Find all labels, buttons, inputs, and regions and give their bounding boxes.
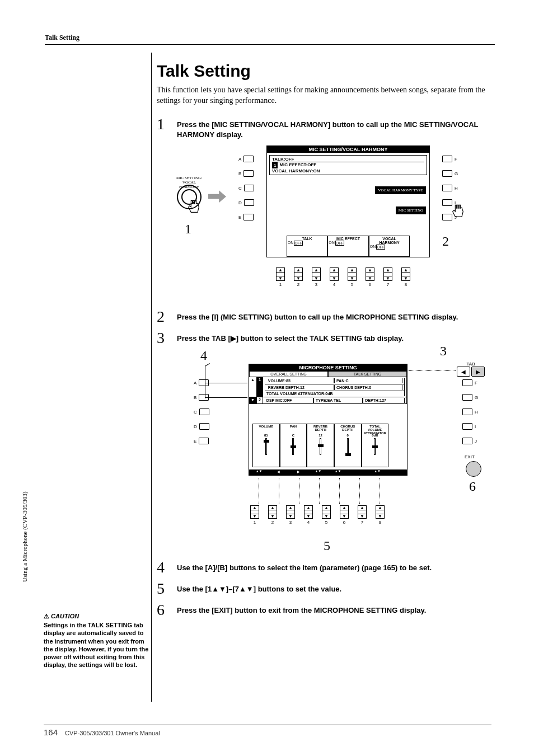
tab-left-button: ◀ xyxy=(457,367,470,377)
screen-bottom-tab: ▶ xyxy=(289,469,308,475)
screen-footer-mic-effect: MIC EFFECTONOFF xyxy=(327,236,369,257)
tab-right-button: ▶ xyxy=(471,367,485,377)
screen-tab: OVERALL SETTING xyxy=(249,371,328,377)
tab-label: TAB xyxy=(457,361,485,367)
updown-button-6: ▲▼6 xyxy=(339,505,349,525)
slider-3: CHORUS DEPTH0 xyxy=(334,424,362,467)
updown-button-6: ▲▼6 xyxy=(365,267,375,287)
manual-title: CVP-305/303/301 Owner's Manual xyxy=(65,730,160,736)
figure-1: MIC SETTING/ VOCAL HARMONY 1 ABCDE FGHIJ… xyxy=(177,145,487,302)
updown-button-2: ▲▼2 xyxy=(268,505,278,525)
dotted-leader xyxy=(259,478,259,504)
dotted-leader xyxy=(299,478,299,504)
page-title: Talk Setting xyxy=(157,62,487,81)
tab-button-group: TAB ◀ ▶ xyxy=(457,361,485,377)
updown-button-1: ▲▼1 xyxy=(275,267,285,287)
callout-5: 5 xyxy=(324,538,330,553)
slider-0: VOLUME85 xyxy=(252,424,280,467)
dotted-leader xyxy=(409,370,456,371)
screen-bottom-tab xyxy=(348,469,367,475)
panel-button-e: E xyxy=(238,214,254,220)
step-number: 6 xyxy=(157,602,177,618)
slider-1: PANC xyxy=(280,424,307,467)
callout-2: 2 xyxy=(442,234,449,249)
callout-3: 3 xyxy=(440,344,447,359)
lcd-screen-2: MICROPHONE SETTING OVERALL SETTINGTALK S… xyxy=(249,364,407,476)
panel-button-b: B xyxy=(238,170,254,177)
screen2-title: MICROPHONE SETTING xyxy=(249,364,407,371)
intro-text: This function lets you have special sett… xyxy=(157,85,487,106)
step-number: 2 xyxy=(157,309,177,325)
running-head: Talk Setting xyxy=(45,34,495,45)
step-text: Press the [MIC SETTING/VOCAL HARMONY] bu… xyxy=(177,116,487,140)
updown-button-1: ▲▼1 xyxy=(250,505,260,525)
screen1-title: MIC SETTING/VOCAL HARMONY xyxy=(267,146,429,153)
step-number: 1 xyxy=(157,116,177,132)
vocal-harmony-type-btn: VOCAL HARMONY TYPE xyxy=(375,186,426,194)
hand-pointer-icon xyxy=(186,199,202,215)
step-text: Press the TAB [▶] button to select the T… xyxy=(177,330,404,344)
step-number: 4 xyxy=(157,560,177,575)
dotted-leader xyxy=(279,478,279,504)
screen-bottom-tab: ▲▼ xyxy=(249,469,269,475)
step-text: Use the [1▲▼]–[7▲▼] buttons to set the v… xyxy=(177,581,341,594)
chapter-tab-vertical: Using a Microphone (CVP-305/303) xyxy=(21,425,31,582)
dotted-leader xyxy=(359,478,360,504)
step-text: Use the [A]/[B] buttons to select the it… xyxy=(177,560,432,573)
updown-button-8: ▲▼8 xyxy=(401,267,411,287)
screen-bottom-tab: ▲▼ xyxy=(308,469,328,475)
updown-button-3: ▲▼3 xyxy=(285,505,296,525)
mic-setting-btn: MIC SETTING xyxy=(396,206,426,214)
screen-footer-vocal-harmony: VOCAL HARMONYONOFF xyxy=(369,236,410,257)
callout-6: 6 xyxy=(469,479,476,494)
panel-button-d: D xyxy=(194,423,209,430)
exit-label: EXIT xyxy=(465,454,475,459)
caution-block: CAUTION Settings in the TALK SETTING tab… xyxy=(44,613,153,669)
dotted-leader xyxy=(380,478,380,504)
updown-button-8: ▲▼8 xyxy=(375,505,385,525)
panel-button-h: H xyxy=(442,185,458,191)
figure-2: 3 4 TAB ◀ ▶ ABCDE FGHIJ MICROPHON xyxy=(177,351,487,553)
updown-button-2: ▲▼2 xyxy=(293,267,303,287)
screen-tab: TALK SETTING xyxy=(328,371,407,377)
step-1: 1 Press the [MIC SETTING/VOCAL HARMONY] … xyxy=(157,116,487,140)
vertical-divider xyxy=(151,53,152,702)
panel-button-c: C xyxy=(194,408,209,415)
panel-button-h: H xyxy=(462,408,478,415)
caution-heading: CAUTION xyxy=(44,613,153,620)
screen-bottom-tab: ▲▼ xyxy=(328,469,348,475)
step-4: 4 Use the [A]/[B] buttons to select the … xyxy=(157,560,487,575)
arrow-icon xyxy=(208,190,226,203)
panel-button-f: F xyxy=(442,156,458,162)
panel-button-c: C xyxy=(238,185,254,191)
updown-button-7: ▲▼7 xyxy=(357,505,367,525)
panel-button-j: J xyxy=(462,438,478,444)
updown-button-7: ▲▼7 xyxy=(383,267,393,287)
step-6: 6 Press the [EXIT] button to exit from t… xyxy=(157,602,487,618)
panel-button-a: A xyxy=(238,156,254,162)
panel-button-f: F xyxy=(462,379,478,386)
callout-4: 4 xyxy=(200,348,207,363)
panel-button-e: E xyxy=(194,438,209,444)
panel-button-i: I xyxy=(462,423,478,430)
lcd-screen-1: MIC SETTING/VOCAL HARMONY TALK:OFF 1MIC … xyxy=(266,145,430,257)
page-number: 164 xyxy=(44,727,58,737)
step-2: 2 Press the [I] (MIC SETTING) button to … xyxy=(157,309,487,325)
updown-button-4: ▲▼4 xyxy=(303,505,313,525)
step-5: 5 Use the [1▲▼]–[7▲▼] buttons to set the… xyxy=(157,581,487,597)
callout-1: 1 xyxy=(185,222,191,237)
updown-button-3: ▲▼3 xyxy=(311,267,321,287)
hand-pointer-icon xyxy=(450,204,466,219)
panel-button-g: G xyxy=(442,170,458,177)
screen-bottom-tab xyxy=(387,469,407,475)
dotted-leader xyxy=(339,478,340,504)
screen-bottom-tab: ◀ xyxy=(269,469,288,475)
step-number: 3 xyxy=(157,330,177,346)
updown-button-5: ▲▼5 xyxy=(321,505,331,525)
step-text: Press the [I] (MIC SETTING) button to ca… xyxy=(177,309,458,322)
updown-button-4: ▲▼4 xyxy=(329,267,339,287)
updown-button-5: ▲▼5 xyxy=(347,267,357,287)
screen1-line-1: TALK:OFF 1MIC EFFECT:OFF VOCAL HARMONY:O… xyxy=(269,155,427,175)
dotted-leader xyxy=(319,478,320,504)
screen-footer-talk: TALKONOFF xyxy=(287,236,328,257)
